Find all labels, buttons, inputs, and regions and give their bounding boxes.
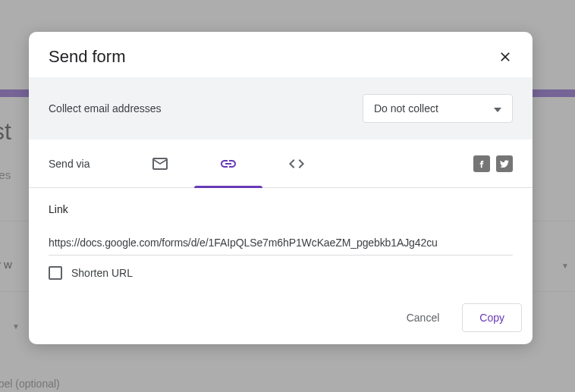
link-icon <box>219 155 237 173</box>
tab-embed[interactable] <box>262 140 331 188</box>
code-icon <box>288 155 306 173</box>
link-section: Link Shorten URL <box>29 188 533 296</box>
mail-icon <box>151 155 169 173</box>
close-button[interactable] <box>498 49 513 64</box>
link-title: Link <box>49 203 513 215</box>
collect-email-dropdown[interactable]: Do not collect <box>363 94 513 123</box>
share-facebook-button[interactable] <box>473 155 490 172</box>
tab-link[interactable] <box>194 140 262 188</box>
shorten-url-label: Shorten URL <box>71 267 133 279</box>
link-url-input[interactable] <box>49 234 513 256</box>
caret-down-icon <box>494 102 501 114</box>
shorten-url-checkbox[interactable] <box>49 266 62 280</box>
copy-button[interactable]: Copy <box>462 303 522 332</box>
shorten-url-row: Shorten URL <box>49 266 513 280</box>
dialog-title: Send form <box>49 47 126 67</box>
collect-email-selected: Do not collect <box>374 102 438 114</box>
twitter-icon <box>499 158 510 169</box>
collect-email-section: Collect email addresses Do not collect <box>29 77 533 140</box>
cancel-button[interactable]: Cancel <box>390 303 457 332</box>
dialog-actions: Cancel Copy <box>29 296 533 344</box>
collect-email-label: Collect email addresses <box>49 102 162 114</box>
facebook-icon <box>476 158 487 169</box>
send-form-dialog: Send form Collect email addresses Do not… <box>29 32 533 344</box>
share-twitter-button[interactable] <box>496 155 513 172</box>
close-icon <box>498 49 513 64</box>
tab-email[interactable] <box>126 140 194 188</box>
send-via-label: Send via <box>49 158 90 170</box>
dialog-header: Send form <box>29 32 533 77</box>
social-share <box>473 155 513 172</box>
send-via-tabs: Send via <box>29 140 533 188</box>
